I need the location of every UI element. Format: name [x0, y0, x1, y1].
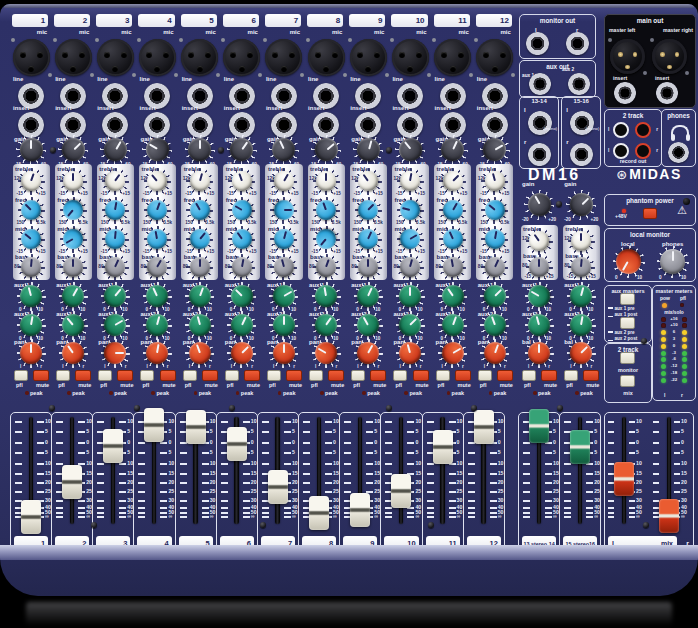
bass-knob[interactable]: [358, 257, 378, 277]
mid-knob[interactable]: [274, 229, 294, 249]
channel-fader[interactable]: [227, 427, 247, 461]
pan-knob[interactable]: [20, 342, 42, 364]
bass-knob[interactable]: [316, 257, 336, 277]
pfl-button[interactable]: [309, 370, 323, 381]
aux1-knob[interactable]: [570, 285, 592, 307]
mute-button[interactable]: [75, 370, 91, 381]
gain-knob[interactable]: [528, 193, 551, 216]
pan-knob[interactable]: [357, 342, 379, 364]
two-track-mix-button[interactable]: [620, 375, 635, 387]
channel-fader[interactable]: [474, 410, 494, 444]
bass-knob[interactable]: [63, 257, 83, 277]
gain-knob[interactable]: [230, 138, 253, 161]
channel-fader[interactable]: [103, 429, 123, 463]
aux2-knob[interactable]: [20, 314, 42, 336]
pan-knob[interactable]: [146, 342, 168, 364]
mute-button[interactable]: [413, 370, 429, 381]
aux1-knob[interactable]: [528, 285, 550, 307]
gain-knob[interactable]: [146, 138, 169, 161]
mute-button[interactable]: [497, 370, 513, 381]
aux2-knob[interactable]: [357, 314, 379, 336]
treble-knob[interactable]: [443, 171, 463, 191]
mid-knob[interactable]: [443, 229, 463, 249]
mid-freq-knob[interactable]: [232, 200, 252, 220]
gain-knob[interactable]: [272, 138, 295, 161]
mid-freq-knob[interactable]: [443, 200, 463, 220]
mid-freq-knob[interactable]: [63, 200, 83, 220]
aux1-knob[interactable]: [231, 285, 253, 307]
pfl-button[interactable]: [436, 370, 450, 381]
mid-knob[interactable]: [400, 229, 420, 249]
pan-knob[interactable]: [273, 342, 295, 364]
mid-knob[interactable]: [105, 229, 125, 249]
gain-knob[interactable]: [483, 138, 506, 161]
gain-knob[interactable]: [357, 138, 380, 161]
pan-knob[interactable]: [189, 342, 211, 364]
mid-freq-knob[interactable]: [485, 200, 505, 220]
mute-button[interactable]: [370, 370, 386, 381]
channel-fader[interactable]: [433, 430, 453, 464]
pan-knob[interactable]: [62, 342, 84, 364]
channel-fader[interactable]: [309, 496, 329, 530]
mid-freq-knob[interactable]: [316, 200, 336, 220]
pfl-button[interactable]: [140, 370, 154, 381]
gain-knob[interactable]: [570, 193, 593, 216]
mid-knob[interactable]: [147, 229, 167, 249]
pfl-button[interactable]: [478, 370, 492, 381]
mid-freq-knob[interactable]: [105, 200, 125, 220]
mute-button[interactable]: [541, 370, 557, 381]
aux1-knob[interactable]: [484, 285, 506, 307]
mid-knob[interactable]: [232, 229, 252, 249]
channel-fader[interactable]: [186, 410, 206, 444]
pfl-button[interactable]: [267, 370, 281, 381]
treble-knob[interactable]: [63, 171, 83, 191]
aux1-knob[interactable]: [273, 285, 295, 307]
bass-knob[interactable]: [105, 257, 125, 277]
phantom-power-button[interactable]: [643, 208, 657, 219]
gain-knob[interactable]: [104, 138, 127, 161]
aux2-knob[interactable]: [104, 314, 126, 336]
mid-freq-knob[interactable]: [358, 200, 378, 220]
channel-fader[interactable]: [21, 500, 41, 534]
aux1-pre-post-button[interactable]: [620, 293, 635, 305]
aux2-knob[interactable]: [399, 314, 421, 336]
stereo-fader[interactable]: [570, 430, 590, 464]
aux2-pre-post-button[interactable]: [620, 317, 635, 329]
mute-button[interactable]: [202, 370, 218, 381]
aux2-knob[interactable]: [528, 314, 550, 336]
treble-knob[interactable]: [274, 171, 294, 191]
aux2-knob[interactable]: [231, 314, 253, 336]
pfl-button[interactable]: [14, 370, 28, 381]
treble-knob[interactable]: [105, 171, 125, 191]
mid-knob[interactable]: [63, 229, 83, 249]
mid-freq-knob[interactable]: [190, 200, 210, 220]
stereo-fader[interactable]: [529, 409, 549, 443]
aux1-knob[interactable]: [442, 285, 464, 307]
pan-knob[interactable]: [484, 342, 506, 364]
bass-knob[interactable]: [443, 257, 463, 277]
mid-freq-knob[interactable]: [400, 200, 420, 220]
aux1-knob[interactable]: [399, 285, 421, 307]
mix-right-fader[interactable]: [659, 499, 679, 533]
bass-knob[interactable]: [147, 257, 167, 277]
pfl-button[interactable]: [225, 370, 239, 381]
pfl-button[interactable]: [56, 370, 70, 381]
aux2-knob[interactable]: [273, 314, 295, 336]
channel-fader[interactable]: [350, 493, 370, 527]
aux2-knob[interactable]: [484, 314, 506, 336]
mute-button[interactable]: [583, 370, 599, 381]
local-level-knob[interactable]: [616, 249, 641, 274]
pfl-button[interactable]: [393, 370, 407, 381]
mute-button[interactable]: [455, 370, 471, 381]
mid-freq-knob[interactable]: [274, 200, 294, 220]
mute-button[interactable]: [244, 370, 260, 381]
pfl-button[interactable]: [564, 370, 578, 381]
gain-knob[interactable]: [315, 138, 338, 161]
mid-knob[interactable]: [316, 229, 336, 249]
aux1-knob[interactable]: [104, 285, 126, 307]
channel-fader[interactable]: [62, 465, 82, 499]
aux2-knob[interactable]: [189, 314, 211, 336]
gain-knob[interactable]: [399, 138, 422, 161]
mid-knob[interactable]: [358, 229, 378, 249]
treble-knob[interactable]: [316, 171, 336, 191]
